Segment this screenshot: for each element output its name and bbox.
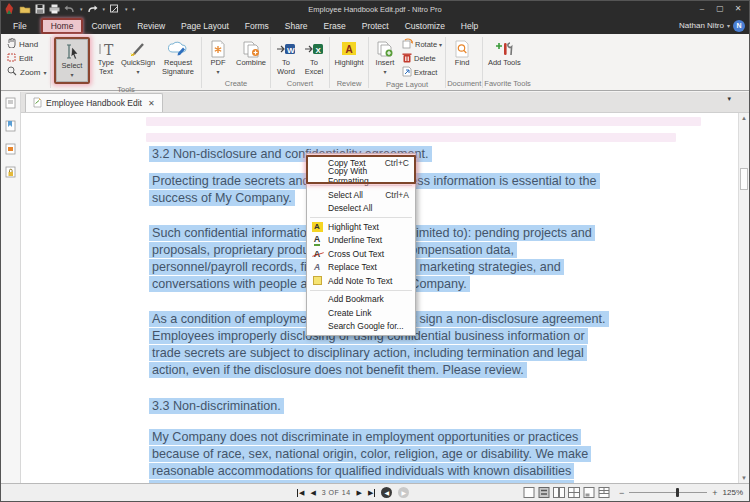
- ribbon-separator: [270, 37, 271, 88]
- redo-icon[interactable]: [87, 5, 98, 14]
- selected-text-line[interactable]: success of My Company.: [149, 190, 295, 206]
- stamp-icon[interactable]: [109, 4, 120, 14]
- continuous-view-icon[interactable]: [538, 487, 550, 498]
- page-with-panel-view-icon[interactable]: [583, 487, 595, 498]
- scrollbar-thumb[interactable]: [740, 168, 748, 190]
- selected-text-line[interactable]: 3.3 Non-discrimination.: [149, 398, 284, 414]
- menu-item-replace-text[interactable]: Replace Text: [307, 261, 415, 275]
- zoom-in-button[interactable]: +: [712, 488, 717, 498]
- bookmarks-panel-icon[interactable]: [5, 118, 16, 136]
- pages-panel-icon[interactable]: [5, 95, 16, 113]
- menu-item-deselect-all[interactable]: Deselect All: [307, 202, 415, 216]
- select-icon: [62, 42, 82, 62]
- tab-home[interactable]: Home: [41, 18, 84, 34]
- scroll-down-icon[interactable]: ▼: [739, 475, 749, 481]
- scroll-up-icon[interactable]: ▲: [739, 115, 749, 121]
- menu-item-cross-out-text[interactable]: Cross Out Text: [307, 247, 415, 261]
- zoom-slider[interactable]: [629, 492, 707, 493]
- single-page-view-icon[interactable]: [523, 487, 535, 498]
- save-icon[interactable]: [35, 4, 45, 14]
- security-panel-icon[interactable]: [5, 164, 16, 182]
- tab-page-layout[interactable]: Page Layout: [173, 19, 237, 33]
- next-page-button[interactable]: ▶: [357, 489, 362, 497]
- open-icon[interactable]: [19, 5, 31, 14]
- tab-customize[interactable]: Customize: [397, 19, 453, 33]
- customize-qat-icon[interactable]: ▾: [133, 6, 136, 12]
- undo-icon[interactable]: [64, 5, 75, 14]
- stamp-dropdown-icon[interactable]: ▾: [125, 6, 128, 12]
- previous-page-button[interactable]: ◀: [310, 489, 315, 497]
- menu-item-search-google[interactable]: Search Google for...: [307, 320, 415, 334]
- find-button[interactable]: Find: [447, 37, 477, 70]
- maximize-button[interactable]: ▢: [711, 1, 729, 17]
- edit-tool-button[interactable]: Edit: [7, 52, 49, 64]
- ribbon: Hand Edit Zoom ▾ Selec: [1, 34, 749, 91]
- vertical-scrollbar[interactable]: ▲ ▼: [738, 113, 749, 483]
- tab-forms[interactable]: Forms: [237, 19, 277, 33]
- print-icon[interactable]: [49, 4, 60, 14]
- tab-share[interactable]: Share: [277, 19, 316, 33]
- menu-item-add-note-to-text[interactable]: Add Note To Text: [307, 274, 415, 288]
- last-page-button[interactable]: ▶: [368, 489, 375, 497]
- tab-overflow-icon[interactable]: ▾: [727, 95, 731, 103]
- zoom-out-button[interactable]: −: [619, 488, 624, 498]
- highlight-button[interactable]: A Highlight: [331, 37, 367, 70]
- account-menu[interactable]: Nathan Nitro ▾ N: [679, 17, 745, 34]
- menu-item-create-link[interactable]: Create Link: [307, 306, 415, 320]
- menu-item-highlight-text[interactable]: Highlight Text: [307, 220, 415, 234]
- delete-button[interactable]: Delete: [400, 52, 444, 65]
- selected-text-line[interactable]: because of race, sex, national origin, c…: [149, 446, 591, 462]
- select-button[interactable]: Select ▾: [56, 39, 88, 82]
- combine-button[interactable]: Combine: [233, 37, 269, 70]
- tab-help[interactable]: Help: [453, 19, 486, 33]
- next-view-button[interactable]: ▶: [398, 487, 409, 498]
- facing-pages-view-icon[interactable]: [553, 487, 565, 498]
- undo-dropdown-icon[interactable]: ▾: [80, 6, 83, 12]
- selected-text-line[interactable]: action, even if the disclosure does not …: [149, 362, 527, 378]
- document-tab[interactable]: Employee Handbook Edit ✕: [25, 93, 163, 112]
- selected-text-line[interactable]: trade secrets are subject to disciplinar…: [149, 345, 587, 361]
- tab-file[interactable]: File: [1, 19, 41, 33]
- menu-item-copy-with-formatting[interactable]: Copy With Formatting: [307, 170, 415, 184]
- menu-item-add-bookmark[interactable]: Add Bookmark: [307, 293, 415, 307]
- page-navigation: ◀ ◀ 3 OF 14 ▶ ▶ ◀ ▶: [297, 484, 409, 501]
- grid-with-panel-view-icon[interactable]: [598, 487, 610, 498]
- edit-icon: [7, 53, 16, 64]
- extract-button[interactable]: Extract: [400, 66, 444, 79]
- view-tools-group: Hand Edit Zoom ▾: [3, 35, 49, 90]
- grid-view-icon[interactable]: [568, 487, 580, 498]
- tab-convert[interactable]: Convert: [83, 19, 129, 33]
- type-text-button[interactable]: T Type Text: [92, 37, 120, 78]
- menu-item-select-all[interactable]: Select All Ctrl+A: [307, 188, 415, 202]
- group-label-convert: Convert: [272, 78, 328, 90]
- quicksign-button[interactable]: QuickSign ▾: [120, 37, 156, 78]
- request-signature-button[interactable]: Request Signature: [156, 37, 200, 78]
- first-page-button[interactable]: ◀: [297, 489, 304, 497]
- close-button[interactable]: ✕: [729, 1, 747, 17]
- chevron-down-icon: ▾: [43, 69, 46, 76]
- redo-dropdown-icon[interactable]: ▾: [103, 6, 106, 12]
- hand-tool-button[interactable]: Hand: [7, 38, 49, 50]
- pdf-button[interactable]: PDF ▾: [203, 37, 233, 78]
- comments-panel-icon[interactable]: [5, 141, 16, 159]
- previous-view-button[interactable]: ◀: [381, 487, 392, 498]
- avatar[interactable]: N: [733, 20, 745, 32]
- tab-protect[interactable]: Protect: [354, 19, 397, 33]
- insert-button[interactable]: Insert ▾: [370, 37, 400, 78]
- add-tools-button[interactable]: Add Tools: [484, 37, 524, 70]
- ribbon-group-create: PDF ▾ Combine Create: [203, 35, 269, 90]
- menu-item-underline-text[interactable]: Underline Text: [307, 234, 415, 248]
- to-excel-button[interactable]: X To Excel: [300, 37, 328, 78]
- rotate-button[interactable]: Rotate ▾: [400, 38, 444, 51]
- minimize-button[interactable]: –: [693, 1, 711, 17]
- selected-text-line[interactable]: My Company does not discriminate in empl…: [149, 429, 581, 445]
- close-tab-icon[interactable]: ✕: [148, 99, 155, 108]
- zoom-tool-button[interactable]: Zoom ▾: [7, 66, 49, 78]
- tab-review[interactable]: Review: [129, 19, 173, 33]
- ribbon-group-review: A Highlight Review: [331, 35, 367, 90]
- zoom-slider-thumb[interactable]: [676, 488, 679, 497]
- ribbon-separator: [368, 37, 369, 88]
- to-word-button[interactable]: W To Word: [272, 37, 300, 78]
- selected-text-line[interactable]: reasonable accommodations for qualified …: [149, 463, 574, 479]
- tab-erase[interactable]: Erase: [316, 19, 354, 33]
